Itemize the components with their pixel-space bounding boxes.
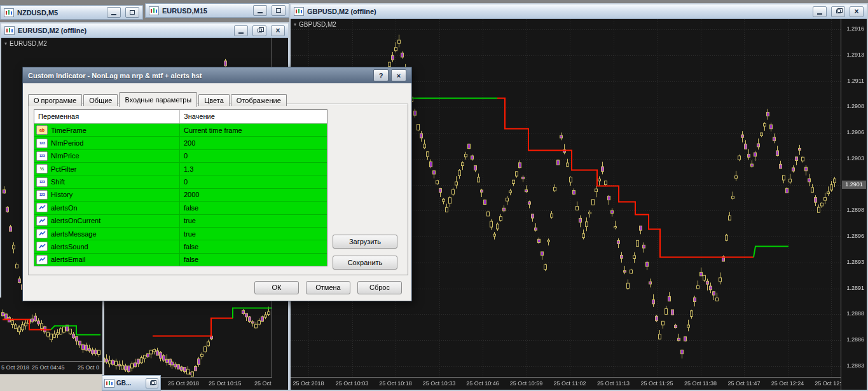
- tab-inputs[interactable]: Входные параметры: [119, 92, 197, 107]
- close-button[interactable]: ×: [850, 6, 864, 17]
- minimize-button[interactable]: [253, 5, 267, 16]
- dialog-titlebar[interactable]: Custom Indicator - NonLag ma nrp & mtf +…: [23, 67, 411, 83]
- param-value[interactable]: false: [179, 202, 327, 214]
- tab-about[interactable]: О программе: [28, 94, 82, 106]
- close-button[interactable]: ×: [391, 69, 406, 81]
- time-label: 25 Oct 2018: [291, 380, 330, 387]
- time-label: 25 Oct 11:25: [635, 380, 679, 387]
- cancel-button[interactable]: Отмена: [306, 281, 350, 294]
- minimize-button[interactable]: [107, 7, 121, 18]
- price-label: 1.2916: [846, 25, 864, 32]
- eurusd-m2-chart-label: ▾ EURUSD,M2: [4, 40, 47, 47]
- param-name: alertsOnCurrent: [51, 217, 100, 224]
- param-row[interactable]: alertsOnCurrenttrue: [34, 215, 327, 228]
- param-value[interactable]: Current time frame: [179, 124, 327, 136]
- param-row[interactable]: alertsMessagetrue: [34, 228, 327, 240]
- eurusd-m2-titlebar[interactable]: EURUSD,M2 (offline) ×: [1, 24, 288, 38]
- time-label: 25 Oct 04:45: [32, 364, 65, 371]
- one-click-arrow-icon[interactable]: ▾: [294, 22, 296, 27]
- inputs-tab-panel: Переменная Значение abTimeFrameCurrent t…: [28, 104, 408, 275]
- one-click-arrow-icon[interactable]: ▾: [4, 41, 7, 46]
- time-label: 25 Oct 10:03: [331, 380, 374, 387]
- tab-colors[interactable]: Цвета: [198, 94, 230, 106]
- price-label: 1.2883: [846, 362, 864, 369]
- param-row[interactable]: 123NlmPrice0: [34, 150, 327, 163]
- param-table-rows: abTimeFrameCurrent time frame123NlmPerio…: [34, 124, 327, 266]
- close-button[interactable]: ×: [271, 25, 285, 36]
- param-value[interactable]: 200: [179, 137, 327, 149]
- double-param-icon: ½: [36, 164, 48, 174]
- gbp-price-scale[interactable]: 1.2901 1.29161.29131.29111.29081.29061.2…: [841, 19, 867, 390]
- nzdusd-chart-fragment: 5 Oct 201825 Oct 04:4525 Oct 0: [0, 298, 104, 391]
- price-label: 1.2913: [846, 51, 864, 58]
- price-label: 1.2888: [846, 310, 864, 317]
- tab-visualization[interactable]: Отображение: [231, 94, 287, 106]
- nzdusd-titlebar[interactable]: NZDUSD,M5: [0, 5, 143, 20]
- maximize-button[interactable]: [125, 7, 139, 18]
- time-label: 25 Oct 11:02: [548, 380, 591, 387]
- param-value[interactable]: 1.3: [179, 163, 327, 175]
- ok-button[interactable]: ОК: [254, 281, 299, 294]
- restore-button[interactable]: [831, 6, 845, 17]
- param-value[interactable]: 0: [179, 175, 327, 188]
- price-label: 1.2906: [846, 129, 864, 135]
- param-value[interactable]: false: [179, 240, 327, 252]
- string-param-icon: ab: [36, 125, 48, 135]
- table-header: Переменная Значение: [34, 110, 327, 124]
- param-value[interactable]: true: [179, 215, 327, 227]
- param-value[interactable]: 0: [179, 150, 327, 162]
- param-name: alertsMessage: [51, 230, 97, 238]
- load-button[interactable]: Загрузить: [333, 235, 397, 249]
- nzdusd-chart-canvas[interactable]: [0, 298, 102, 361]
- bool-param-icon: [36, 229, 48, 238]
- restore-button[interactable]: [252, 25, 266, 36]
- gbpusd-titlebar[interactable]: GBPUSD,M2 (offline) ×: [291, 4, 867, 19]
- help-button[interactable]: ?: [373, 69, 389, 81]
- param-value[interactable]: true: [179, 228, 327, 240]
- time-label: 25 Oct 10:59: [505, 380, 548, 387]
- chart-icon: [4, 26, 15, 35]
- param-row[interactable]: 123History2000: [34, 189, 327, 202]
- chart-icon: [4, 8, 14, 17]
- gbp-time-axis[interactable]: 25 Oct 201825 Oct 10:0325 Oct 10:1825 Oc…: [291, 377, 841, 390]
- parameters-table: Переменная Значение abTimeFrameCurrent t…: [34, 109, 327, 266]
- param-row[interactable]: alertsOnfalse: [34, 202, 327, 214]
- minimize-button[interactable]: [813, 6, 827, 17]
- param-row[interactable]: alertsSoundfalse: [34, 240, 327, 253]
- save-button[interactable]: Сохранить: [333, 256, 397, 270]
- param-name: TimeFrame: [51, 127, 86, 134]
- restore-button[interactable]: [146, 378, 158, 388]
- chart-icon: [294, 7, 304, 16]
- price-label: 1.2896: [846, 233, 864, 239]
- param-name: alertsEmail: [51, 256, 85, 263]
- time-label: 5 Oct 2018: [1, 364, 29, 371]
- time-label: 25 Oct 0: [78, 364, 99, 371]
- column-header-variable: Переменная: [34, 110, 179, 123]
- minimize-button[interactable]: [234, 25, 248, 36]
- maximize-button[interactable]: [272, 5, 286, 16]
- param-row[interactable]: alertsEmailfalse: [34, 254, 327, 266]
- dialog-title: Custom Indicator - NonLag ma nrp & mtf +…: [28, 72, 202, 79]
- param-row[interactable]: 123Shift0: [34, 175, 327, 188]
- param-value[interactable]: 2000: [179, 189, 327, 201]
- current-price-badge: 1.2901: [842, 181, 866, 189]
- nzdusd-time-axis[interactable]: 5 Oct 201825 Oct 04:4525 Oct 0: [0, 361, 102, 374]
- time-label: 25 Oct 2018: [168, 380, 199, 387]
- param-row[interactable]: abTimeFrameCurrent time frame: [34, 124, 327, 137]
- param-name: alertsOn: [51, 204, 78, 212]
- tab-common[interactable]: Общие: [83, 94, 118, 106]
- window-title: GBPUSD,M2 (offline): [307, 8, 376, 15]
- time-label: 25 Oct 10:46: [461, 380, 504, 387]
- param-value[interactable]: false: [179, 254, 327, 266]
- bool-param-icon: [36, 255, 48, 264]
- param-name: NlmPeriod: [51, 139, 83, 147]
- param-row[interactable]: ½PctFilter1.3: [34, 163, 327, 175]
- minimized-gbpusd-window[interactable]: GB...: [102, 375, 161, 391]
- int-param-icon: 123: [36, 151, 48, 161]
- window-title: EURUSD,M2 (offline): [18, 27, 86, 34]
- time-label: 25 Oct 11:47: [722, 380, 766, 387]
- reset-button[interactable]: Сброс: [357, 281, 402, 294]
- eurusd-m15-titlebar[interactable]: EURUSD,M15: [145, 3, 289, 18]
- time-label: 25 Oct 12:33: [809, 380, 841, 387]
- param-row[interactable]: 123NlmPeriod200: [34, 137, 327, 149]
